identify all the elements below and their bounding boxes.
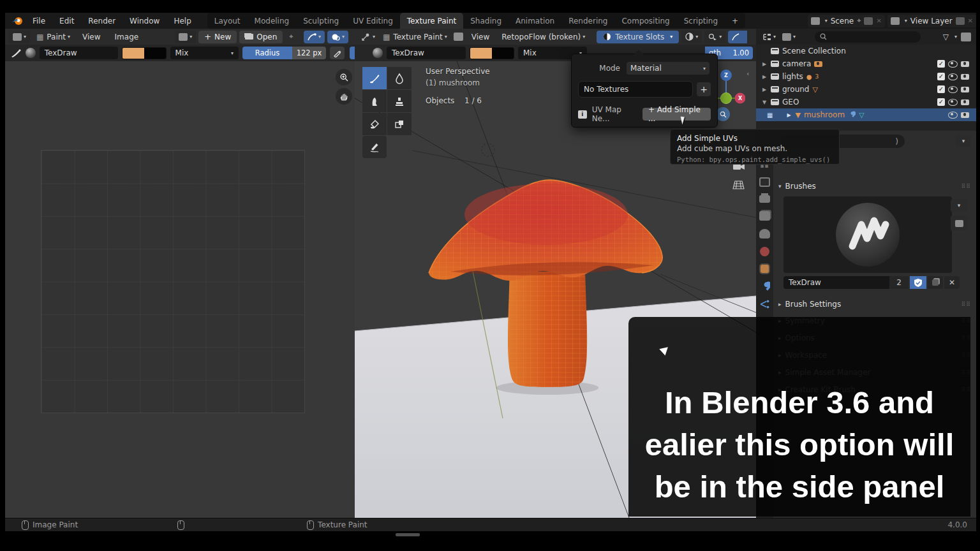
brush-name-field[interactable]: TexDraw	[783, 276, 889, 289]
eye-icon[interactable]	[948, 86, 958, 93]
falloff-shape-toggle[interactable]: ▾	[327, 31, 348, 43]
output-properties-tab-icon[interactable]	[759, 195, 770, 203]
collapse-icon[interactable]: ▼	[761, 99, 768, 105]
add-workspace-button[interactable]: +	[725, 13, 745, 29]
brush-name-field[interactable]: TexDraw	[387, 47, 466, 59]
falloff-curve-toggle[interactable]: ▾	[304, 31, 325, 43]
paint-mode-dropdown[interactable]: ▦ Paint▾	[33, 31, 74, 43]
outliner-display-mode[interactable]: ▾	[761, 31, 777, 43]
render-visibility-icon[interactable]	[961, 99, 969, 105]
toggle-ortho-grid-icon[interactable]	[732, 180, 745, 190]
menu-image[interactable]: Image	[109, 33, 145, 41]
brush-preview-ball[interactable]	[373, 48, 383, 58]
copy-icon[interactable]	[864, 17, 873, 25]
outliner-row-geo[interactable]: ▼ GEO ✓	[756, 96, 976, 108]
world-properties-tab-icon[interactable]	[760, 247, 769, 256]
brush-settings-panel-header[interactable]: ▸ Brush Settings ⠿⠿	[773, 297, 976, 312]
outliner-row-mushroom-selected[interactable]: ▦ ▶ ▼ mushroom ▽	[756, 108, 976, 121]
outliner-row-camera[interactable]: ▶ camera ✓	[756, 57, 976, 70]
unlink-brush-button[interactable]: ✕	[944, 276, 960, 289]
pin-icon[interactable]: ⌖	[857, 17, 861, 25]
color-swatches[interactable]	[470, 47, 514, 59]
brushes-panel-header[interactable]: ▾ Brushes ⠿⠿	[773, 179, 976, 194]
checkbox-icon[interactable]: ✓	[937, 85, 945, 93]
fill-tool-button[interactable]	[362, 113, 387, 135]
overlays-dropdown[interactable]: ▾	[704, 31, 725, 43]
checkbox-icon[interactable]: ✓	[937, 98, 945, 106]
eye-icon[interactable]	[948, 99, 958, 106]
pin-image-icon[interactable]: ⌖	[289, 33, 293, 41]
expand-icon[interactable]: ▶	[785, 112, 792, 118]
sidebar-collapse-arrow[interactable]: ‹	[746, 70, 749, 78]
blend-mode-dropdown[interactable]: Mix▾	[170, 47, 239, 59]
pan-hand-button[interactable]	[336, 88, 352, 105]
image-editor-canvas[interactable]: ›	[5, 61, 355, 518]
brush-preview-box[interactable]	[783, 196, 952, 273]
paint-mask-icon[interactable]	[454, 33, 463, 41]
menu-help[interactable]: Help	[167, 17, 198, 26]
primary-color-swatch[interactable]	[470, 48, 492, 59]
tab-animation[interactable]: Animation	[509, 13, 561, 29]
draw-tool-button[interactable]	[362, 67, 387, 89]
modifier-properties-tab-icon[interactable]	[760, 281, 770, 291]
tab-shading[interactable]: Shading	[463, 13, 509, 29]
checkbox-icon[interactable]: ✓	[937, 60, 945, 68]
interaction-mode-dropdown[interactable]: ▦ Texture Paint▾	[379, 31, 451, 43]
radius-pressure-toggle[interactable]	[330, 47, 345, 59]
menu-window[interactable]: Window	[122, 17, 167, 26]
expand-icon[interactable]: ▶	[761, 74, 768, 80]
new-collection-icon[interactable]	[961, 33, 971, 41]
fake-user-shield-button[interactable]	[910, 276, 926, 289]
radius-slider[interactable]: Radius 122 px	[242, 47, 326, 59]
menu-view-3d[interactable]: View	[466, 33, 495, 41]
editor-type-button[interactable]: ▾	[360, 31, 376, 43]
menu-render[interactable]: Render	[81, 17, 122, 26]
object-properties-tab-icon[interactable]	[761, 265, 769, 273]
retopoflow-menu[interactable]: RetopoFlow (broken)▾	[498, 31, 589, 43]
render-visibility-icon[interactable]	[961, 112, 969, 118]
tab-texture-paint[interactable]: Texture Paint	[400, 13, 463, 29]
tab-sculpting[interactable]: Sculpting	[296, 13, 346, 29]
properties-collapse-button[interactable]: ▾	[956, 135, 971, 147]
zoom-in-button[interactable]	[336, 69, 352, 85]
xray-toggle[interactable]	[728, 31, 747, 43]
color-swatches[interactable]	[122, 47, 167, 59]
checkbox-icon[interactable]: ✓	[937, 73, 945, 80]
viewport-shading-dropdown[interactable]: ▾	[681, 31, 702, 43]
copy-icon[interactable]	[956, 17, 965, 25]
menu-view-image-editor[interactable]: View	[77, 33, 106, 41]
expand-icon[interactable]: ▶	[761, 61, 768, 67]
render-visibility-icon[interactable]	[961, 61, 969, 67]
strength-slider-clipped[interactable]	[350, 47, 355, 59]
tab-scripting[interactable]: Scripting	[677, 13, 725, 29]
duplicate-brush-button[interactable]	[928, 276, 943, 289]
scene-selector[interactable]: ▾ Scene ⌖ ✕	[808, 15, 885, 27]
annotate-tool-button[interactable]	[362, 136, 387, 158]
add-simple-uvs-button[interactable]: + Add Simple ...	[642, 108, 711, 121]
menu-edit[interactable]: Edit	[52, 17, 81, 26]
texture-slots-list[interactable]: No Textures	[578, 81, 693, 98]
brush-name-field[interactable]: TexDraw	[40, 47, 118, 59]
outliner-row-ground[interactable]: ▶ ground ▽ ✓	[756, 83, 976, 96]
tab-compositing[interactable]: Compositing	[614, 13, 676, 29]
tab-modeling[interactable]: Modeling	[248, 13, 297, 29]
editor-type-button[interactable]: ▾	[9, 31, 30, 43]
texture-slots-dropdown[interactable]: Texture Slots▾	[597, 31, 679, 43]
smear-tool-button[interactable]	[362, 90, 387, 112]
outliner-filter-id-type[interactable]: ▾	[781, 31, 797, 43]
filter-icon[interactable]: ▽	[943, 33, 949, 41]
render-visibility-icon[interactable]	[961, 87, 969, 92]
brush-list-dropdown[interactable]: ▾	[951, 199, 967, 212]
open-image-button[interactable]: Open	[239, 31, 283, 43]
clone-tool-button[interactable]	[387, 90, 412, 112]
view-layer-selector[interactable]: ▾ View Layer ✕	[887, 15, 976, 27]
render-visibility-icon[interactable]	[961, 74, 969, 80]
secondary-color-swatch[interactable]	[492, 48, 514, 59]
brush-preview-toggle[interactable]	[951, 216, 967, 231]
tab-layout[interactable]: Layout	[207, 13, 248, 29]
brush-preview-ball[interactable]	[26, 48, 36, 58]
expand-icon[interactable]: ▶	[761, 87, 768, 92]
menu-file[interactable]: File	[26, 17, 52, 26]
new-image-button[interactable]: +New	[198, 31, 237, 43]
image-datablock-button[interactable]: ▾	[175, 31, 196, 43]
